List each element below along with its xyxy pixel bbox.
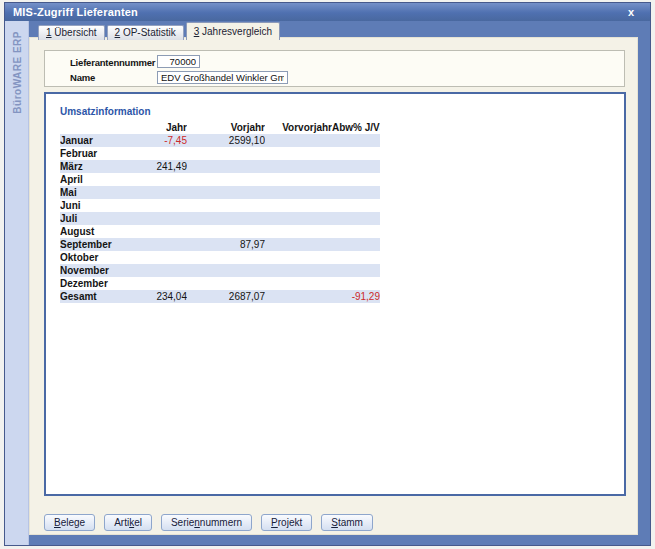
table-header-row: Jahr Vorjahr Vorvorjahr Abw% J/VJ (60, 121, 380, 134)
umsatz-panel: Umsatzinformation Jahr Vorjahr Vorvorjah… (44, 92, 626, 496)
desktop-margin: MIS-Zugriff Lieferanten x BüroWARE ERP 1… (0, 0, 655, 549)
table-row: Dezember (60, 277, 380, 290)
supplier-number-input[interactable] (157, 55, 200, 68)
projekt-button[interactable]: Projekt (261, 514, 312, 531)
tab-op-statistik[interactable]: 2 OP-Statistik (107, 25, 184, 40)
table-row: April (60, 173, 380, 186)
tab-jahresvergleich[interactable]: 3 Jahresvergleich (186, 22, 280, 40)
col-abw: Abw% J/VJ (332, 121, 380, 134)
table-row: Januar-7,452599,10 (60, 134, 380, 147)
table-row: Februar (60, 147, 380, 160)
content-panel: Lieferantennummer Name Umsatzinformation… (29, 37, 638, 535)
table-row: März241,49 (60, 160, 380, 173)
table-row: Juli (60, 212, 380, 225)
col-jahr: Jahr (122, 121, 187, 134)
table-row: August (60, 225, 380, 238)
supplier-name-label: Name (70, 72, 95, 83)
table-row: Juni (60, 199, 380, 212)
artikel-button[interactable]: Artikel (104, 514, 152, 531)
col-month (60, 121, 122, 134)
footer-buttons: Belege Artikel Seriennummern Projekt Sta… (44, 514, 373, 531)
window-title: MIS-Zugriff Lieferanten (13, 6, 138, 18)
table-row: November (60, 264, 380, 277)
table-row: September87,97 (60, 238, 380, 251)
tab-uebersicht[interactable]: 1 Übersicht (38, 25, 105, 40)
umsatz-table: Jahr Vorjahr Vorvorjahr Abw% J/VJ Januar… (60, 121, 380, 303)
close-icon[interactable]: x (628, 7, 642, 18)
window-body: BüroWARE ERP 1 Übersicht 2 OP-Statistik … (5, 21, 650, 545)
tab-bar: 1 Übersicht 2 OP-Statistik 3 Jahresvergl… (38, 22, 282, 40)
brand-text: BüroWARE ERP (11, 31, 22, 114)
supplier-name-input[interactable] (157, 71, 288, 84)
table-row-total: Gesamt234,042687,07-91,29 (60, 290, 380, 303)
table-row: Oktober (60, 251, 380, 264)
titlebar: MIS-Zugriff Lieferanten x (5, 3, 650, 21)
seriennummern-button[interactable]: Seriennummern (161, 514, 252, 531)
app-window: MIS-Zugriff Lieferanten x BüroWARE ERP 1… (4, 2, 651, 546)
col-vorvorjahr: Vorvorjahr (265, 121, 332, 134)
table-row: Mai (60, 186, 380, 199)
stamm-button[interactable]: Stamm (321, 514, 373, 531)
col-vorjahr: Vorjahr (187, 121, 265, 134)
supplier-number-label: Lieferantennummer (70, 57, 155, 68)
brand-sidebar: BüroWARE ERP (5, 21, 29, 545)
belege-button[interactable]: Belege (44, 514, 95, 531)
supplier-form: Lieferantennummer Name (44, 50, 625, 87)
section-title: Umsatzinformation (60, 106, 151, 117)
